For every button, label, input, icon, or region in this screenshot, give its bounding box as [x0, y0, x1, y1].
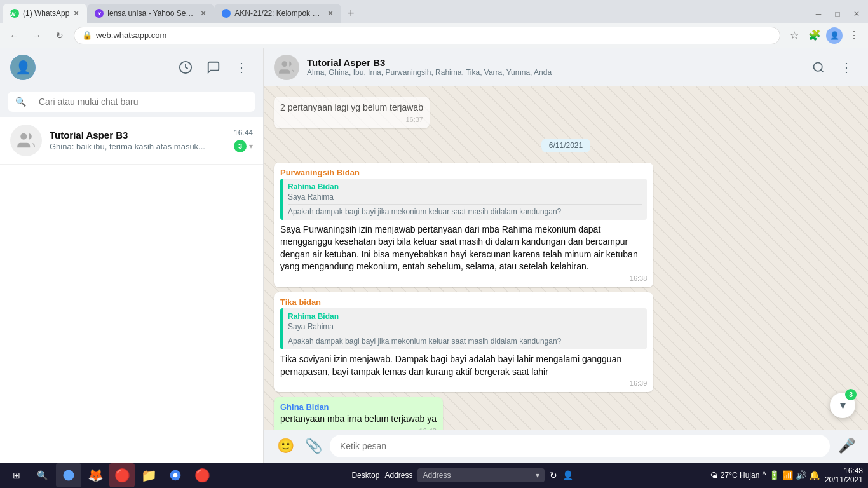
svg-point-7: [173, 473, 178, 478]
taskbar-left: ⊞ 🔍 🦊 🔴 📁 🔴: [5, 463, 215, 487]
forward-button[interactable]: →: [28, 27, 46, 44]
tab-close-akn[interactable]: ✕: [327, 9, 334, 18]
extensions-icon[interactable]: 🧩: [806, 27, 824, 44]
tab-akn[interactable]: AKN-21/22: Kelompok B3: Kelom... ✕: [214, 4, 341, 23]
maximize-button[interactable]: □: [829, 5, 846, 23]
msg-text-ghina: pertanyaan mba irna belum terjawab ya: [280, 413, 437, 426]
message-input[interactable]: [330, 435, 830, 458]
wa-chat: Tutorial Asper B3 Alma, Ghina, Ibu, Irna…: [264, 48, 868, 463]
msg-text-tika: Tika soviyani izin menjawab. Dampak bagi…: [280, 353, 647, 378]
msg-bubble-tika: Tika bidan Rahima Bidan Saya Rahima Apak…: [274, 292, 653, 392]
sidebar-header-icons: ⋮: [174, 56, 253, 79]
taskbar-user-icon[interactable]: 👤: [562, 470, 573, 480]
search-chat-icon[interactable]: [807, 56, 830, 79]
status-icon[interactable]: [174, 56, 197, 79]
chat-header-menu-icon[interactable]: ⋮: [835, 56, 858, 79]
taskbar-refresh-icon[interactable]: ↻: [550, 470, 557, 480]
chat-preview-tutorial: Ghina: baik ibu, terima kasih atas masuk…: [50, 142, 226, 151]
chat-header-info[interactable]: Tutorial Asper B3 Alma, Ghina, Ibu, Irna…: [307, 57, 799, 77]
chat-group-avatar[interactable]: [274, 55, 299, 80]
svg-line-4: [821, 69, 824, 72]
msg-row-0: 2 pertanyaan lagi yg belum terjawab 16:3…: [274, 97, 858, 128]
new-tab-button[interactable]: +: [341, 4, 360, 23]
chat-avatar-tutorial: [10, 125, 42, 156]
search-bar: 🔍: [0, 86, 263, 117]
msg-bubble-ghina: Ghina Bidan pertanyaan mba irna belum te…: [274, 397, 443, 430]
notification-icon[interactable]: 🔔: [809, 470, 820, 480]
tab-close-yahoo[interactable]: ✕: [200, 9, 207, 18]
whatsapp-app: 👤 ⋮ 🔍: [0, 48, 868, 463]
quoted-msg-1: Rahima Bidan Saya Rahima Apakah dampak b…: [280, 179, 647, 220]
svg-point-2: [281, 61, 287, 67]
new-chat-icon[interactable]: [202, 56, 225, 79]
refresh-button[interactable]: ↻: [51, 27, 69, 44]
address-bar: ← → ↻ 🔒 web.whatsapp.com ☆ 🧩 👤 ⋮: [0, 23, 868, 48]
chat-header-icons: ⋮: [807, 56, 858, 79]
yahoo-favicon: Y: [95, 9, 104, 18]
user-avatar[interactable]: 👤: [10, 55, 36, 80]
taskbar-chrome[interactable]: [163, 463, 188, 487]
taskbar-app-red[interactable]: 🔴: [109, 463, 135, 487]
msg-row-2: Tika bidan Rahima Bidan Saya Rahima Apak…: [274, 292, 858, 392]
chat-header-name: Tutorial Asper B3: [307, 57, 799, 68]
url-text: web.whatsapp.com: [96, 30, 166, 40]
taskbar-search-button[interactable]: 🔍: [31, 464, 53, 487]
quoted-sender-1: Rahima Bidan: [288, 182, 642, 191]
time-display: 16:48: [825, 466, 863, 475]
wa-sidebar: 👤 ⋮ 🔍: [0, 48, 264, 463]
date-pill: 6/11/2021: [541, 139, 590, 152]
chat-info-tutorial: Tutorial Asper B3 Ghina: baik ibu, terim…: [50, 130, 226, 151]
desktop-label: Desktop: [351, 471, 379, 480]
msg-row-3: Ghina Bidan pertanyaan mba irna belum te…: [274, 397, 858, 430]
emoji-icon[interactable]: 🙂: [274, 435, 297, 458]
taskbar-app-red2[interactable]: 🔴: [189, 463, 215, 487]
scroll-bottom-button[interactable]: 3 ▾: [830, 393, 855, 418]
profile-avatar[interactable]: 👤: [826, 27, 843, 44]
date-divider: 6/11/2021: [274, 139, 858, 152]
address-label: Address: [384, 471, 412, 480]
tab-yahoo[interactable]: Y lensa unisa - Yahoo Search Resul... ✕: [87, 4, 214, 23]
msg-bubble-purwaningsih: Purwaningsih Bidan Rahima Bidan Saya Rah…: [274, 163, 653, 287]
volume-icon[interactable]: 🔊: [796, 470, 806, 480]
minimize-button[interactable]: ─: [810, 5, 827, 23]
taskbar-edge[interactable]: [56, 463, 81, 487]
taskbar-addr-text: Address: [423, 471, 451, 480]
tab-whatsapp[interactable]: W (1) WhatsApp ✕: [3, 4, 87, 23]
attachment-icon[interactable]: 📎: [302, 435, 325, 458]
microphone-icon[interactable]: 🎤: [835, 435, 858, 458]
divider-2: [288, 334, 642, 334]
battery-icon: 🔋: [769, 470, 780, 480]
url-input[interactable]: 🔒 web.whatsapp.com: [74, 27, 780, 44]
network-icon: 📶: [782, 470, 793, 480]
chat-meta-tutorial: 16.44 3 ▾: [234, 128, 253, 152]
back-button[interactable]: ←: [5, 27, 23, 44]
chat-item-tutorial[interactable]: Tutorial Asper B3 Ghina: baik ibu, terim…: [0, 117, 263, 165]
close-button[interactable]: ✕: [848, 5, 865, 23]
akn-favicon: [222, 9, 231, 18]
weather-text: 27°C Hujan: [721, 471, 760, 480]
tab-title-akn: AKN-21/22: Kelompok B3: Kelom...: [234, 9, 323, 18]
sender-tika: Tika bidan: [280, 297, 647, 307]
browser-menu-icon[interactable]: ⋮: [845, 27, 863, 44]
system-tray-icons: 🌤 27°C Hujan ^ 🔋 📶 🔊 🔔: [710, 470, 820, 480]
tray-expand-icon[interactable]: ^: [762, 470, 766, 480]
quoted-msg-2: Rahima Bidan Saya Rahima Apakah dampak b…: [280, 308, 647, 349]
bookmark-icon[interactable]: ☆: [785, 27, 803, 44]
quoted-question-1: Apakah dampak bagi bayi jika mekonium ke…: [288, 207, 642, 216]
taskbar-firefox[interactable]: 🦊: [83, 463, 108, 487]
chat-arrow-tutorial: ▾: [249, 142, 253, 151]
taskbar: ⊞ 🔍 🦊 🔴 📁 🔴 Desktop Address Address ▾ ↻ …: [0, 463, 868, 488]
search-input[interactable]: [31, 92, 248, 112]
browser-toolbar-icons: ☆ 🧩 👤 ⋮: [785, 27, 863, 44]
chevron-down-icon: ▾: [840, 398, 846, 412]
sidebar-menu-icon[interactable]: ⋮: [230, 56, 253, 79]
tab-close-whatsapp[interactable]: ✕: [73, 9, 79, 18]
taskbar-address-input[interactable]: Address ▾: [417, 468, 545, 482]
start-button[interactable]: ⊞: [5, 464, 28, 487]
sender-ghina: Ghina Bidan: [280, 402, 437, 412]
chat-header: Tutorial Asper B3 Alma, Ghina, Ibu, Irna…: [264, 48, 868, 86]
chat-name-tutorial: Tutorial Asper B3: [50, 130, 226, 140]
taskbar-center: Desktop Address Address ▾ ↻ 👤: [215, 468, 710, 482]
taskbar-files[interactable]: 📁: [136, 463, 161, 487]
scroll-badge: 3: [845, 389, 857, 400]
